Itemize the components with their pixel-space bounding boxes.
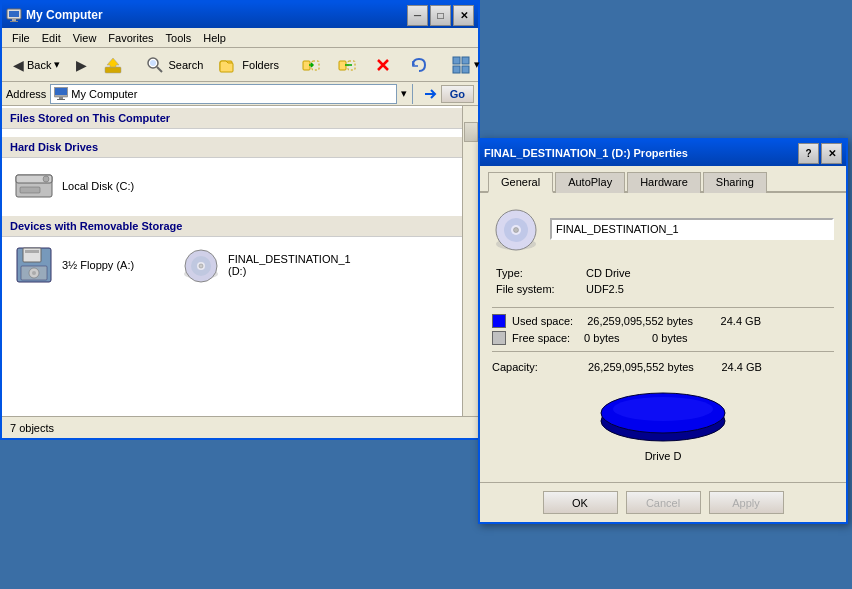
menu-file[interactable]: File: [6, 30, 36, 46]
menu-view[interactable]: View: [67, 30, 103, 46]
drive-label-d: FINAL_DESTINATION_1 (D:): [228, 253, 351, 277]
drive-label-a: 3½ Floppy (A:): [62, 259, 134, 271]
svg-rect-13: [453, 57, 460, 64]
view-toggle-button[interactable]: ▾: [444, 51, 487, 79]
search-icon: [145, 55, 165, 75]
floppy-icon-a: [14, 249, 54, 281]
move-icon: [301, 55, 321, 75]
tab-sharing[interactable]: Sharing: [703, 172, 767, 193]
filesystem-value: UDF2.5: [582, 281, 834, 297]
copy-button[interactable]: [330, 51, 364, 79]
address-input-wrap[interactable]: ▾: [50, 84, 412, 104]
copy-icon: [337, 55, 357, 75]
used-space-gb: 24.4 GB: [711, 315, 761, 327]
cancel-button[interactable]: Cancel: [626, 491, 701, 514]
scrollbar[interactable]: [462, 106, 478, 416]
minimize-button[interactable]: ─: [407, 5, 428, 26]
scrollbar-thumb[interactable]: [464, 122, 478, 142]
computer-favicon: [54, 87, 68, 101]
drive-name-input[interactable]: [550, 218, 834, 240]
menu-tools[interactable]: Tools: [160, 30, 198, 46]
free-space-row: Free space: 0 bytes 0 bytes: [492, 331, 834, 345]
divider-1: [492, 307, 834, 308]
divider-2: [492, 351, 834, 352]
used-space-label: Used space:: [512, 315, 573, 327]
pie-chart-area: Drive D: [492, 381, 834, 462]
free-space-gb: 0 bytes: [638, 332, 688, 344]
capacity-row: Capacity: 26,259,095,552 bytes 24.4 GB: [492, 358, 834, 373]
ok-button[interactable]: OK: [543, 491, 618, 514]
close-button[interactable]: ✕: [453, 5, 474, 26]
svg-rect-24: [20, 187, 40, 193]
maximize-button[interactable]: □: [430, 5, 451, 26]
apply-button[interactable]: Apply: [709, 491, 784, 514]
title-bar: My Computer ─ □ ✕: [2, 2, 478, 28]
undo-button[interactable]: [402, 51, 436, 79]
up-button[interactable]: [96, 51, 130, 79]
view-dropdown-icon: ▾: [474, 58, 480, 71]
svg-rect-9: [303, 61, 310, 70]
back-label: Back: [27, 59, 51, 71]
icon-name-row: [492, 205, 834, 253]
computer-icon: [6, 7, 22, 23]
dropdown-arrow-icon: ▾: [54, 58, 60, 71]
drive-item-a[interactable]: 3½ Floppy (A:): [10, 245, 170, 285]
used-space-color: [492, 314, 506, 328]
menu-bar: File Edit View Favorites Tools Help: [2, 28, 478, 48]
svg-point-23: [43, 176, 49, 182]
hard-disk-drives-header: Hard Disk Drives: [2, 137, 478, 158]
menu-help[interactable]: Help: [197, 30, 232, 46]
dialog-cd-icon: [492, 205, 540, 253]
search-label: Search: [168, 59, 203, 71]
toolbar: ◀ Back ▾ ▶ Search Fo: [2, 48, 478, 82]
forward-button[interactable]: ▶: [69, 51, 94, 79]
drive-item-d[interactable]: FINAL_DESTINATION_1 (D:): [178, 245, 338, 285]
tab-hardware[interactable]: Hardware: [627, 172, 701, 193]
svg-rect-1: [9, 11, 19, 17]
filesystem-label: File system:: [492, 281, 582, 297]
address-input-field[interactable]: [71, 85, 395, 103]
tab-autoplay[interactable]: AutoPlay: [555, 172, 625, 193]
up-icon: [103, 55, 123, 75]
delete-icon: [373, 55, 393, 75]
go-button[interactable]: Go: [441, 85, 474, 103]
dialog-title-buttons: ? ✕: [798, 143, 842, 164]
status-bar: 7 objects: [2, 416, 478, 438]
back-button[interactable]: ◀ Back ▾: [6, 51, 67, 79]
my-computer-window: My Computer ─ □ ✕ File Edit View Favorit…: [0, 0, 480, 440]
folders-icon: [219, 55, 239, 75]
right-arrow-icon: ▶: [76, 57, 87, 73]
title-bar-buttons: ─ □ ✕: [407, 5, 474, 26]
left-arrow-icon: ◀: [13, 57, 24, 73]
dialog-buttons: OK Cancel Apply: [480, 482, 846, 522]
undo-icon: [409, 55, 429, 75]
menu-edit[interactable]: Edit: [36, 30, 67, 46]
dialog-help-button[interactable]: ?: [798, 143, 819, 164]
folders-button[interactable]: Folders: [212, 51, 286, 79]
files-stored-header: Files Stored on This Computer: [2, 108, 478, 129]
tab-general[interactable]: General: [488, 172, 553, 193]
svg-point-40: [514, 228, 519, 233]
dialog-close-button[interactable]: ✕: [821, 143, 842, 164]
svg-rect-3: [10, 21, 18, 22]
pie-drive-label: Drive D: [645, 450, 682, 462]
address-favicon: [53, 86, 69, 102]
svg-rect-15: [453, 66, 460, 73]
move-button[interactable]: [294, 51, 328, 79]
removable-storage-header: Devices with Removable Storage: [2, 216, 478, 237]
capacity-bytes: 26,259,095,552 bytes: [588, 361, 694, 373]
address-dropdown-arrow[interactable]: ▾: [396, 84, 412, 104]
svg-line-7: [157, 67, 162, 72]
search-button[interactable]: Search: [138, 51, 210, 79]
info-row-filesystem: File system: UDF2.5: [492, 281, 834, 297]
svg-rect-4: [105, 67, 121, 73]
dialog-content: Type: CD Drive File system: UDF2.5 Used …: [480, 193, 846, 482]
menu-favorites[interactable]: Favorites: [102, 30, 159, 46]
free-space-bytes: 0 bytes: [584, 332, 619, 344]
free-space-color: [492, 331, 506, 345]
drive-item-c[interactable]: Local Disk (C:): [10, 166, 170, 206]
delete-button[interactable]: [366, 51, 400, 79]
svg-rect-11: [339, 61, 346, 70]
svg-point-30: [32, 271, 36, 275]
type-label: Type:: [492, 265, 582, 281]
